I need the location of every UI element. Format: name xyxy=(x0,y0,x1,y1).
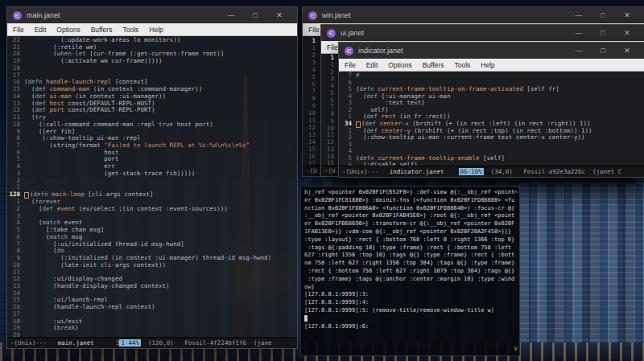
terminal-line: ow} xyxy=(304,284,510,292)
line-number: 15 xyxy=(303,146,316,153)
maximize-button[interactable]: □ xyxy=(591,25,615,41)
emacs-app-icon: Є xyxy=(345,47,353,55)
maximize-button[interactable]: □ xyxy=(591,7,615,23)
minimize-button[interactable]: — xyxy=(567,43,591,59)
menu-item-tools[interactable]: Tools xyxy=(454,61,470,69)
code-line: 16 (handle-launch-repl context) xyxy=(7,304,297,311)
terminal-line: :__obj_ref <pointer 0x020F1FAB45E0>} :ro… xyxy=(304,212,510,220)
code-line: 13 (handle-display-changed context) xyxy=(7,283,297,290)
terminal-line: :type :frame} :tags @{:anchor :center :m… xyxy=(304,276,510,284)
buffer-indicator-janet[interactable]: 7#65(defn current-frame-tooltip-on-frame… xyxy=(339,72,644,166)
emacs-app-icon: Є xyxy=(327,29,336,38)
repl-terminal-window[interactable]: bj_ref <pointer 0x020F1FC652F0>} :def-vi… xyxy=(300,186,520,356)
modeline-text: (34,0) xyxy=(484,168,524,175)
modeline-text: -(Unix)--- xyxy=(10,339,58,347)
terminal-line: [127.0.0.1:9999]:4: xyxy=(304,299,510,307)
modeline-indicator-janet: -(Unix)--- indicator.janet 06-10% (34,0)… xyxy=(339,166,644,177)
code-line: 10 (late-init cli-args context)) xyxy=(7,262,297,269)
line-number: 5 xyxy=(303,73,316,80)
minimize-button[interactable]: — xyxy=(567,7,591,23)
line-number: 1 xyxy=(303,44,316,51)
modeline-text xyxy=(444,168,458,175)
code-line: 3 (get-stack-trace fib))))) xyxy=(7,170,297,178)
modeline-text: Fossil-a92e3a226c (janet C xyxy=(523,168,621,175)
line-number: 4 xyxy=(303,66,316,73)
minimize-button[interactable]: — xyxy=(567,25,591,41)
code-line: 7# xyxy=(339,72,644,80)
menu-item-buffers[interactable]: Buffers xyxy=(423,61,444,69)
menu-item-file[interactable]: File xyxy=(308,26,320,34)
code-line: 2 (:show-tooltip ui-man :current-frame t… xyxy=(339,134,644,142)
window-title: ui.janet xyxy=(341,29,364,37)
modeline-text: -(U xyxy=(324,167,336,174)
window-indicator-janet: Є indicator.janet —□✕ FileEditOptionsBuf… xyxy=(338,42,644,178)
modeline-text: -(U xyxy=(306,167,317,174)
titlebar-main-janet[interactable]: Є main.janet —□✕ xyxy=(7,7,297,23)
close-button[interactable]: ✕ xyxy=(615,25,639,41)
line-number: 12 xyxy=(303,124,316,131)
titlebar-win-janet[interactable]: Є win.janet —□✕ xyxy=(303,7,644,23)
modeline-text: 3 xyxy=(94,339,120,347)
terminal-line: er 0x020F1FC81880>} :deinit-fns (<functi… xyxy=(304,197,510,205)
menu-item-options[interactable]: Options xyxy=(56,26,80,34)
close-button[interactable]: ✕ xyxy=(615,43,639,59)
code-line: 19 (:activate wm cur-frame))))) xyxy=(7,58,297,65)
modeline-scroll-percentage: 06-10% xyxy=(459,168,484,175)
maximize-button[interactable]: □ xyxy=(243,7,267,23)
terminal-line: 627 :right 1356 :top 10} :tags @{} :type… xyxy=(304,252,510,260)
terminal-line: :tags @{:padding 10} :type :frame} :rect… xyxy=(304,244,510,252)
code-line: 2 xyxy=(7,178,297,185)
wallpaper-bright-buildings xyxy=(519,183,644,358)
modeline-text: -(Unix)--- xyxy=(342,168,390,175)
menu-item-buffers[interactable]: Buffers xyxy=(91,26,113,34)
line-number: 14 xyxy=(303,138,316,146)
menu-item-options[interactable]: Options xyxy=(388,61,411,69)
menubar-indicator-janet: FileEditOptionsBuffersToolsHelp xyxy=(339,59,644,72)
modeline-main-janet: -(Unix)--- main.janet 31-44% (120,0) Fos… xyxy=(7,337,297,348)
terminal-line: [127.0.0.1:9999]:5: (remove-title/remove… xyxy=(304,307,510,315)
terminal-cursor xyxy=(304,315,308,322)
menu-item-file[interactable]: File xyxy=(345,61,356,69)
terminal-line xyxy=(304,315,510,323)
titlebar-indicator-janet[interactable]: Є indicator.janet —□✕ xyxy=(339,43,644,59)
terminal-line: [127.0.0.1:9999]:3: xyxy=(304,291,510,299)
line-number: 2 xyxy=(303,51,316,59)
menu-item-edit[interactable]: Edit xyxy=(35,26,47,34)
line-number: 1 xyxy=(303,37,316,44)
code-line: 2 (def event (ev/select ;(in context :ev… xyxy=(7,206,297,213)
terminal-line: bj_ref <pointer 0x020F1FC652F0>} :def-vi… xyxy=(304,189,510,197)
line-number: 6 xyxy=(303,80,316,88)
menu-item-tools[interactable]: Tools xyxy=(122,26,138,34)
menu-item-edit[interactable]: Edit xyxy=(366,61,378,69)
window-title: main.janet xyxy=(27,11,60,19)
modeline-scroll-percentage: 1-44% xyxy=(119,339,141,347)
menu-item-help[interactable]: Help xyxy=(481,61,494,69)
titlebar-ui-janet[interactable]: Є ui.janet —□✕ xyxy=(321,25,644,41)
window-main-janet: Є main.janet —□✕ FileEditOptionsBuffersT… xyxy=(6,6,298,349)
scroll-up-icon[interactable]: ^ xyxy=(514,191,518,198)
line-number: 13 xyxy=(303,131,316,138)
menu-item-file[interactable]: File xyxy=(327,43,338,51)
line-number: 10 xyxy=(303,109,316,117)
code-line: 3 xyxy=(339,142,644,149)
close-button[interactable]: ✕ xyxy=(615,7,639,23)
terminal-line: [127.0.0.1:9999]:6: xyxy=(304,323,510,331)
minimize-button[interactable]: — xyxy=(219,7,243,23)
menu-item-file[interactable]: File xyxy=(13,26,24,34)
menu-item-help[interactable]: Help xyxy=(149,26,163,34)
close-button[interactable]: ✕ xyxy=(267,7,291,23)
line-number: 11 xyxy=(303,117,316,124)
emacs-app-icon: Є xyxy=(308,11,317,20)
scroll-down-icon[interactable]: v xyxy=(514,346,518,352)
menubar-main-janet: FileEditOptionsBuffersToolsHelp xyxy=(7,23,297,36)
terminal-line: nction 0x020F1FD806A0> <function 0x020F1… xyxy=(304,205,510,213)
code-line: 12 (def port const/DEFAULT-REPL-PORT) xyxy=(7,107,297,114)
modeline-text: (120,0) xyxy=(141,339,184,347)
terminal-line: :type :layout} :rect { :bottom 768 :left… xyxy=(304,236,510,244)
maximize-button[interactable]: □ xyxy=(591,43,615,59)
modeline-text: Fossil-4f224bf1f6 (jane xyxy=(184,339,271,347)
modeline-buffer-name: main.janet xyxy=(58,339,94,347)
modeline-buffer-name: indicator.janet xyxy=(390,168,444,175)
buffer-main-janet[interactable]: 22 (:update-work-areas lo monitors))21 (… xyxy=(7,36,297,337)
line-number: 7 xyxy=(303,88,316,95)
